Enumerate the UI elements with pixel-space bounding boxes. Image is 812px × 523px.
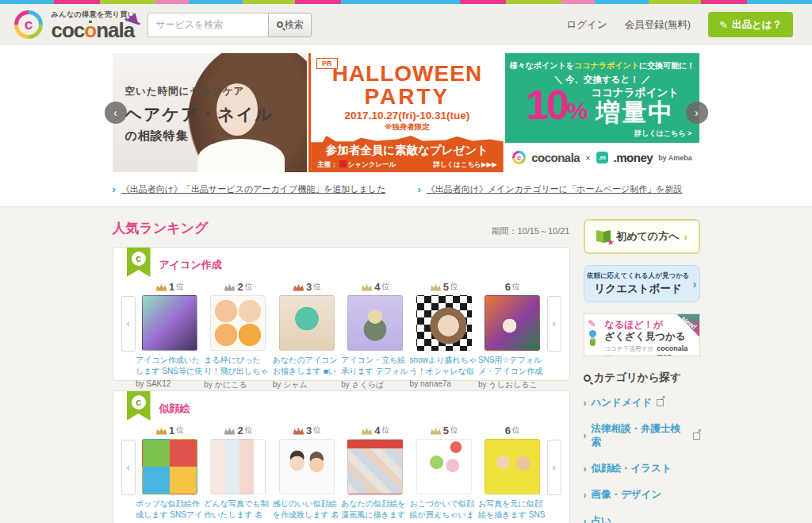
campaign-label1: ココナラポイント: [591, 86, 679, 100]
service-thumbnail[interactable]: [210, 439, 266, 494]
coconala-point-em: ココナラポイント: [574, 61, 639, 70]
banner1-line2: ヘアケア・ネイル: [125, 103, 274, 125]
ranking-item[interactable]: 6位お写真を元に似顔絵を描きます SNSアイコby ふくだみゆき: [478, 423, 546, 523]
service-thumbnail[interactable]: [416, 295, 472, 351]
coconala-logo[interactable]: c みんなの得意を売り買い coconala: [14, 10, 135, 40]
rank-badge: 1位: [136, 423, 204, 438]
service-title-link[interactable]: あなたのアイコンお描きします ■いつでも: [273, 355, 341, 377]
service-title-link[interactable]: まる枠にぴったり！飛び出しちゃん描きます: [204, 355, 272, 377]
carousel-prev-button[interactable]: ‹: [105, 102, 127, 124]
dot-money-icon: .m: [596, 152, 608, 163]
ranking-item[interactable]: 1位アイコン作成いたします SNS等に使えるアby SAK12: [136, 279, 204, 390]
service-title-link[interactable]: snowより盛れちゃう！オシャレな似顔絵: [410, 355, 478, 377]
service-title-link[interactable]: お写真を元に似顔絵を描きます SNSアイコ: [478, 498, 546, 521]
service-thumbnail[interactable]: [279, 295, 335, 351]
service-thumbnail[interactable]: [279, 439, 335, 494]
rank-badge: 3位: [273, 423, 341, 438]
brand-logotype: coconala: [51, 20, 135, 40]
service-title-link[interactable]: あなたの似顔絵を漫画風に描きます SNSや: [341, 498, 409, 521]
rank-badge: 1位: [136, 279, 204, 294]
witch-hat-icon: [128, 11, 141, 23]
crown-icon: [361, 426, 373, 436]
rank-badge: 2位: [204, 423, 272, 438]
rank-badge: 5位: [410, 423, 478, 438]
service-title-link[interactable]: おこづかいで似顔絵が買えちゃいます プレ: [410, 498, 478, 521]
campaign-label2: 増量中: [591, 100, 679, 125]
campaign-more-link[interactable]: 詳しくはこちら >: [634, 129, 691, 139]
rank-badge: 3位: [273, 279, 341, 294]
sidebar-category-法律相談・弁護士検索[interactable]: ›法律相談・弁護士検索: [584, 416, 700, 456]
ranking-item[interactable]: 4位あなたの似顔絵を漫画風に描きます SNSやby DID研究所 Hyde: [341, 423, 409, 523]
service-title-link[interactable]: アイコン作成いたします SNS等に使えるア: [136, 355, 204, 377]
external-link-icon: [693, 433, 700, 440]
service-thumbnail[interactable]: [416, 439, 472, 494]
service-thumbnail[interactable]: [485, 295, 540, 351]
ranking-item[interactable]: 3位あなたのアイコンお描きします ■いつでもby シャム: [273, 279, 341, 390]
row-prev-button[interactable]: ‹: [121, 440, 136, 495]
service-thumbnail[interactable]: [142, 295, 197, 351]
row-next-button[interactable]: ›: [547, 440, 561, 495]
banner-point-campaign[interactable]: 様々なポイントをココナラポイントに交換可能に！ ＼ 今、交換すると！ ／ 10%…: [505, 53, 700, 172]
request-board-button[interactable]: 依頼に応えてくれる人が見つかる リクエストボード ›: [584, 265, 700, 302]
sidebar-category-ハンドメイド[interactable]: ›ハンドメイド: [584, 390, 700, 416]
service-title-link[interactable]: ポップな似顔絵作成します SNSアイコンや: [136, 498, 204, 521]
banner1-line3: の相談特集: [125, 129, 274, 144]
banner-halloween-party[interactable]: PR HALLOWEEN PARTY 2017.10.27(fri)-10.31…: [308, 53, 504, 172]
carousel-next-button[interactable]: ›: [686, 102, 708, 124]
service-author: by シャム: [273, 379, 341, 390]
service-title-link[interactable]: どんな写真でも制作いたします 名刺・SNS: [204, 498, 272, 521]
search-input[interactable]: [147, 13, 268, 37]
news-link[interactable]: ›《出品者向け》「出品サービスのアーカイブ機能」を追加しました: [113, 183, 386, 195]
coconala-mag-banner[interactable]: ✎ なるほど！が ざくざく見つかる ココナラ活用マガジン coconala ma…: [584, 313, 700, 356]
service-thumbnail[interactable]: [347, 439, 403, 494]
halloween-more-link[interactable]: 詳しくはこちら▶▶▶: [433, 160, 496, 170]
service-title-link[interactable]: 感じのいい似顔絵を作成致します 名刺、プ: [273, 498, 341, 521]
pr-badge: PR: [316, 58, 338, 69]
ranking-item[interactable]: 2位どんな写真でも制作いたします 名刺・SNSby ヤマブ: [204, 423, 272, 523]
service-thumbnail[interactable]: [347, 295, 403, 351]
chevron-right-icon: ›: [584, 463, 587, 475]
news-link[interactable]: ›《出品者向け》メインカテゴリーに「ホームページ制作」を新設: [417, 183, 682, 195]
sell-info-button[interactable]: ✎出品とは？: [708, 12, 793, 37]
row-next-button[interactable]: ›: [547, 296, 561, 352]
ranking-item[interactable]: 4位アイコン・立ち絵承ります デフォルメ・通by さくらば: [341, 279, 409, 390]
halloween-host: 主催：シャンクレール: [317, 160, 396, 170]
service-author: by うしおしるこ: [478, 379, 546, 390]
category-label: 法律相談・弁護士検索: [592, 422, 688, 449]
host-logo-icon: [339, 160, 347, 167]
beginner-guide-button[interactable]: ★ 初めての方へ ›: [584, 219, 700, 254]
ranking-item[interactable]: 3位感じのいい似顔絵を作成致します 名刺、プby veri: [273, 423, 341, 523]
search-area: 検索: [147, 13, 312, 37]
rank-badge: 6位: [478, 279, 546, 294]
row-prev-button[interactable]: ‹: [121, 296, 136, 352]
halloween-present-text: 参加者全員に素敵なプレゼント: [311, 143, 504, 158]
ranking-item[interactable]: 6位SNS用☆デフォルメ・アイコン作成しまby うしおしるこ: [478, 279, 546, 390]
service-thumbnail[interactable]: [210, 295, 266, 351]
ranking-item[interactable]: 5位snowより盛れちゃう！オシャレな似顔絵by nanae7a: [410, 279, 478, 390]
service-title-link[interactable]: SNS用☆デフォルメ・アイコン作成しま: [478, 355, 546, 377]
search-button[interactable]: 検索: [268, 13, 312, 37]
service-title-link[interactable]: アイコン・立ち絵承ります デフォルメ・通: [341, 355, 409, 377]
chevron-right-icon: ›: [584, 490, 587, 501]
register-link[interactable]: 会員登録(無料): [625, 18, 691, 32]
chevron-right-icon: ›: [584, 398, 587, 409]
halloween-date: 2017.10.27(fri)-10.31(tue): [311, 110, 504, 121]
service-thumbnail[interactable]: [142, 439, 197, 494]
ranking-item[interactable]: 5位おこづかいで似顔絵が買えちゃいます プレby 川上奈々: [410, 423, 478, 523]
sidebar-category-占い[interactable]: ›占い: [584, 508, 700, 523]
coconala-mini-mark-icon: c: [512, 151, 526, 164]
halloween-title: HALLOWEEN: [311, 63, 504, 86]
banner-selfcare[interactable]: 空いた時間にセルフケア ヘアケア・ネイル の相談特集: [113, 53, 308, 172]
ranking-item[interactable]: 2位まる枠にぴったり！飛び出しちゃん描きますby かにこる: [204, 279, 272, 390]
search-icon: [584, 375, 591, 382]
category-label: 占い: [592, 514, 611, 523]
sidebar-category-似顔絵・イラスト[interactable]: ›似顔絵・イラスト: [584, 456, 700, 482]
sidebar-category-画像・デザイン[interactable]: ›画像・デザイン: [584, 482, 700, 508]
crown-icon: [155, 426, 167, 436]
service-thumbnail[interactable]: [485, 439, 540, 494]
rank-badge: 5位: [410, 279, 478, 294]
category-title-portrait: 似顔絵: [159, 402, 561, 416]
ranking-item[interactable]: 1位ポップな似顔絵作成します SNSアイコンやby syuwaco: [136, 423, 204, 523]
service-author: by かにこる: [204, 379, 272, 390]
login-link[interactable]: ログイン: [567, 18, 607, 32]
